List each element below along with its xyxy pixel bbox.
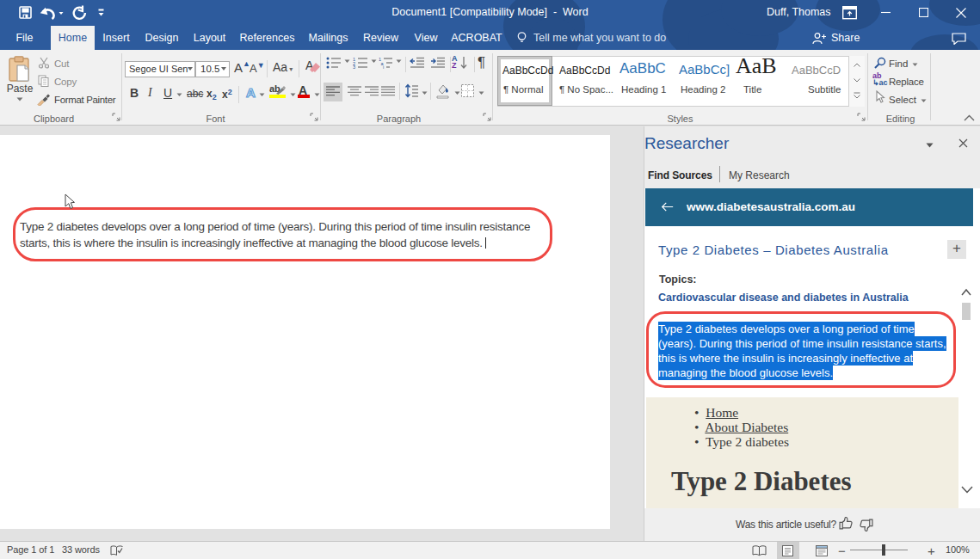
svg-text:i: i bbox=[383, 64, 384, 69]
svg-text:3: 3 bbox=[353, 64, 355, 69]
